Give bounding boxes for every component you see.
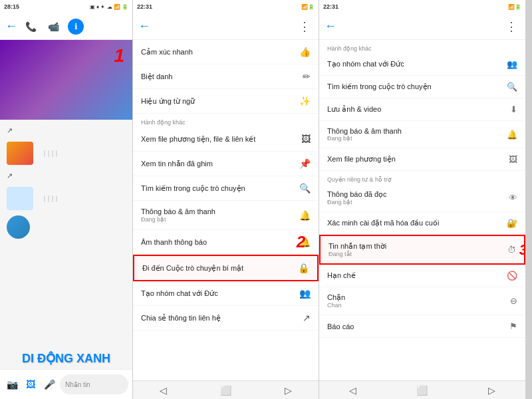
nav-home-icon[interactable]: ⬜	[220, 385, 231, 396]
menu-thong-bao[interactable]: Thông báo & âm thanh Đang bật 🔔	[133, 201, 319, 230]
info-icon[interactable]: ℹ	[68, 19, 84, 35]
right-menu-tin-nhan-tam-thoi[interactable]: Tin nhắn tạm thời Đang tắt ⏱ 3	[319, 235, 525, 265]
right-menu-dots[interactable]: ⋮	[503, 19, 520, 34]
middle-back-button[interactable]: ←	[138, 19, 150, 33]
thumbs-up-icon: 👍	[299, 47, 311, 57]
right-menu-thong-bao[interactable]: Thông báo & âm thanh Đang bật 🔔	[319, 121, 525, 148]
middle-time: 22:31	[137, 3, 152, 10]
right-menu-chan[interactable]: Chặn Chan ⊖	[319, 287, 525, 315]
group-icon-middle: 👥	[299, 288, 311, 299]
middle-section-label: Hành động khác	[133, 114, 319, 127]
block-icon: ⊖	[510, 296, 517, 306]
middle-status-bar: 22:31 📶🔋	[133, 0, 319, 13]
right-menu-thong-bao-doc[interactable]: Thông báo đã đọc Đang bật 👁	[319, 184, 525, 212]
right-status-bar: 22:31 📶🔋	[319, 0, 525, 13]
right-menu-bao-cao[interactable]: Báo cáo ⚑	[319, 315, 525, 338]
timer-icon: ⏱	[507, 245, 516, 255]
eye-icon: 👁	[509, 193, 517, 203]
gallery-bottom-icon[interactable]: 🖼	[23, 376, 39, 392]
middle-nav-bar: ◁ ⬜ ▷	[133, 380, 319, 399]
right-nav-home-icon[interactable]: ⬜	[416, 385, 428, 396]
thumb-item-3	[0, 213, 132, 241]
profile-header: 1	[0, 40, 132, 120]
left-app-bar: ← 📞 📹 ℹ	[0, 13, 132, 40]
left-bottom-bar: 📷 🖼 🎤 Nhắn tin	[0, 369, 132, 399]
left-status-icons: ▣ ♦ ✦ ☁ 📶 🔋	[90, 4, 128, 10]
left-content: ↗ ↗	[0, 120, 132, 244]
blurred-text-1	[44, 150, 57, 157]
thumb-item-1	[0, 139, 132, 168]
panel-left: 28:15 ▣ ♦ ✦ ☁ 📶 🔋 ← 📞 📹 ℹ 1 ↗	[0, 0, 133, 399]
share-icon: ↗	[7, 126, 13, 135]
bell-icon-right: 🔔	[507, 130, 517, 140]
share-icon-2: ↗	[7, 172, 13, 180]
menu-tao-nhom[interactable]: Tạo nhóm chat với Đức 👥	[133, 281, 319, 306]
left-app-icons: 📞 📹 ℹ	[23, 19, 84, 35]
right-menu-xac-minh[interactable]: Xác minh cài đặt mã hóa đầu cuối 🔐	[319, 212, 525, 235]
share-row-2: ↗	[0, 168, 132, 184]
thumb-item-2	[0, 184, 132, 213]
right-back-button[interactable]: ←	[325, 19, 336, 33]
menu-xem-tin-ghim[interactable]: Xem tin nhắn đã ghim 📌	[133, 152, 319, 176]
screenshot-container: 28:15 ▣ ♦ ✦ ☁ 📶 🔋 ← 📞 📹 ℹ 1 ↗	[0, 0, 532, 399]
nav-back-icon[interactable]: ◁	[160, 385, 167, 396]
right-menu-han-che[interactable]: Hạn chế 🚫	[319, 265, 525, 287]
panel-middle: 22:31 📶🔋 ← ⋮ Cảm xúc nhanh 👍 Biệt danh ✏…	[133, 0, 319, 399]
nav-recent-icon[interactable]: ▷	[285, 385, 292, 396]
step-number-2: 2	[297, 233, 305, 251]
watermark: DI ĐỘNG XANH	[22, 351, 110, 366]
right-nav-back-icon[interactable]: ◁	[349, 385, 356, 396]
right-status-icons: 📶🔋	[508, 4, 521, 10]
left-time: 28:15	[4, 3, 19, 10]
right-time: 22:31	[323, 3, 338, 10]
panel-right: 22:31 📶🔋 ← ⋮ Hành động khác Tạo nhóm cha…	[319, 0, 525, 399]
download-icon: ⬇	[510, 104, 517, 114]
menu-cam-xuc[interactable]: Cảm xúc nhanh 👍	[133, 40, 319, 65]
report-icon: ⚑	[509, 321, 517, 331]
left-back-button[interactable]: ←	[5, 19, 17, 33]
right-nav-bar: ◁ ⬜ ▷	[319, 380, 525, 399]
right-nav-recent-icon[interactable]: ▷	[488, 385, 495, 396]
middle-app-bar: ← ⋮	[133, 13, 319, 40]
menu-biet-danh[interactable]: Biệt danh ✏	[133, 65, 319, 89]
edit-icon: ✏	[303, 71, 311, 82]
menu-xem-file[interactable]: Xem file phương tiện, file & liên kết 🖼	[133, 127, 319, 152]
pin-icon: 📌	[299, 158, 311, 169]
menu-hieu-ung[interactable]: Hiệu ứng từ ngữ ✨	[133, 89, 319, 114]
step-number-3: 3	[519, 241, 525, 259]
right-section-mid: Quyền riêng tư & hỗ trợ	[319, 171, 525, 184]
menu-tim-kiem[interactable]: Tìm kiếm trong cuộc trò chuyện 🔍	[133, 176, 319, 201]
right-section-top: Hành động khác	[319, 40, 525, 53]
group-icon-right: 👥	[507, 59, 517, 69]
media-icon-right: 🖼	[509, 154, 517, 164]
share-row: ↗	[0, 122, 132, 139]
thumb-img-food	[7, 142, 33, 165]
camera-bottom-icon[interactable]: 📷	[4, 376, 20, 392]
thumb-img-2	[7, 187, 33, 210]
right-menu-tao-nhom[interactable]: Tạo nhóm chat với Đức 👥	[319, 53, 525, 76]
bell-icon-1: 🔔	[299, 210, 311, 221]
right-menu-xem-file[interactable]: Xem file phương tiện 🖼	[319, 148, 525, 171]
menu-am-thanh[interactable]: Âm thanh thông báo 🔔 2	[133, 230, 319, 255]
lock-icon: 🔒	[298, 263, 309, 273]
restrict-icon: 🚫	[507, 271, 517, 281]
phone-icon[interactable]: 📞	[23, 19, 39, 35]
right-menu-luu-anh[interactable]: Lưu ảnh & video ⬇	[319, 98, 525, 121]
blurred-text-2	[44, 196, 57, 202]
middle-status-icons: 📶🔋	[301, 4, 315, 10]
menu-cuoc-tro-chuyen-bi-mat[interactable]: Đi đến Cuộc trò chuyện bí mật 🔒	[133, 255, 319, 281]
thumb-img-blue	[7, 215, 30, 239]
video-icon[interactable]: 📹	[45, 19, 61, 35]
message-input[interactable]: Nhắn tin	[60, 374, 128, 394]
encrypt-icon: 🔐	[507, 218, 517, 228]
sparkle-icon: ✨	[299, 96, 311, 106]
search-icon: 🔍	[299, 183, 311, 194]
media-icon: 🖼	[301, 134, 311, 144]
mic-bottom-icon[interactable]: 🎤	[41, 376, 57, 392]
search-icon-right: 🔍	[507, 82, 517, 92]
share-icon-middle: ↗	[303, 313, 311, 323]
right-app-bar: ← ⋮	[319, 13, 525, 40]
middle-menu-dots[interactable]: ⋮	[296, 19, 313, 34]
menu-chia-se[interactable]: Chia sẻ thông tin liên hệ ↗	[133, 306, 319, 331]
right-menu-tim-kiem[interactable]: Tìm kiếm trong cuộc trò chuyện 🔍	[319, 76, 525, 98]
